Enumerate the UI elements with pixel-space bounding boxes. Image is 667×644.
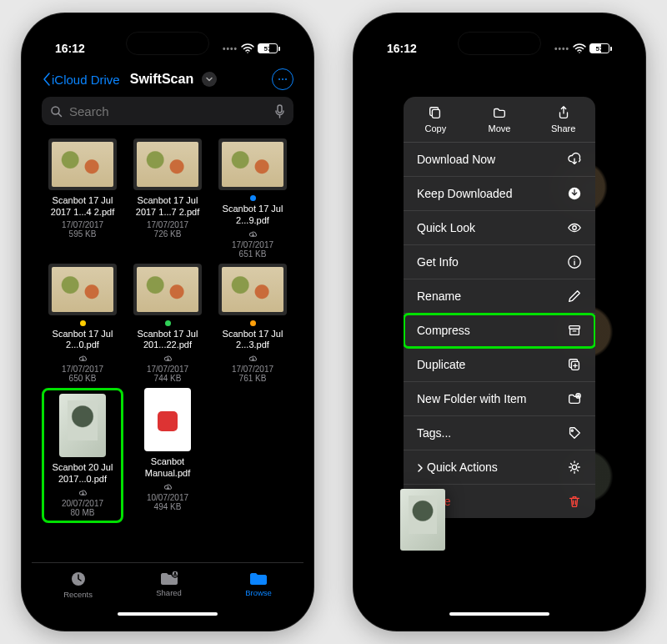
- status-right: •••• 57: [223, 43, 280, 53]
- file-date: 20/07/2017: [62, 499, 103, 508]
- svg-point-1: [282, 78, 283, 80]
- eye-icon: [567, 220, 582, 235]
- archive-icon: [567, 323, 582, 338]
- file-thumbnail: [218, 264, 287, 315]
- microphone-icon[interactable]: [274, 104, 285, 118]
- menu-quick-look[interactable]: Quick Look: [404, 211, 595, 245]
- file-thumbnail: [133, 264, 202, 315]
- svg-point-0: [278, 78, 280, 80]
- file-date: 10/07/2017: [147, 493, 188, 502]
- menu-tags[interactable]: Tags...: [404, 416, 595, 450]
- tag-dot: [80, 320, 86, 326]
- file-item[interactable]: Scanbot 17 Jul 2...9.pdf 17/07/2017 651 …: [212, 138, 293, 259]
- file-date: 17/07/2017: [232, 365, 273, 374]
- search-bar[interactable]: [42, 97, 293, 125]
- dynamic-island: [126, 32, 209, 55]
- file-name: Scanbot 17 Jul 2017 1...7 2.pdf: [128, 195, 208, 219]
- search-icon: [50, 105, 63, 118]
- file-item[interactable]: Scanbot 17 Jul 2017 1...7 2.pdf 17/07/20…: [127, 138, 208, 259]
- tab-shared[interactable]: Shared: [156, 570, 182, 597]
- file-size: 726 KB: [154, 229, 182, 239]
- back-button[interactable]: iCloud Drive: [42, 72, 120, 87]
- file-date: 17/07/2017: [232, 240, 273, 249]
- menu-new-folder[interactable]: New Folder with Item: [404, 382, 595, 416]
- file-date: 17/07/2017: [147, 365, 188, 374]
- tab-recents[interactable]: Recents: [63, 570, 93, 599]
- phone-left: 16:12 •••• 57 iCloud Drive SwiftScan: [22, 13, 313, 631]
- status-dots-icon: ••••: [554, 44, 569, 53]
- cloud-download-icon: [567, 152, 582, 167]
- file-date: 17/07/2017: [62, 365, 103, 374]
- folder-icon: [248, 570, 268, 586]
- more-button[interactable]: [272, 68, 293, 90]
- file-size: 761 KB: [239, 374, 267, 383]
- home-indicator[interactable]: [449, 612, 549, 616]
- folder-icon: [492, 105, 507, 120]
- file-thumbnail: [144, 388, 191, 451]
- shared-folder-icon: [159, 570, 179, 586]
- screen-right: 16:12 •••• 57 Copy Move: [364, 23, 635, 621]
- menu-compress[interactable]: Compress: [404, 314, 595, 348]
- file-date: 17/07/2017: [147, 220, 188, 229]
- file-item[interactable]: Scanbot 17 Jul 2...3.pdf 17/07/2017 761 …: [212, 264, 293, 384]
- wifi-icon: [241, 43, 254, 53]
- ellipsis-icon: [277, 73, 288, 85]
- svg-point-2: [285, 78, 287, 80]
- tag-dot: [250, 320, 256, 326]
- file-name: Scanbot 17 Jul 2017 1...4 2.pdf: [43, 195, 123, 219]
- tag-dot: [165, 320, 171, 326]
- file-item[interactable]: Scanbot 20 Jul 2017...0.pdf 20/07/2017 8…: [42, 388, 123, 523]
- status-time: 16:12: [55, 42, 85, 55]
- cloud-icon: [78, 488, 88, 497]
- menu-move[interactable]: Move: [468, 97, 532, 142]
- file-item[interactable]: Scanbot 17 Jul 201...22.pdf 17/07/2017 7…: [127, 264, 208, 384]
- file-name: Scanbot 17 Jul 2...3.pdf: [213, 320, 293, 364]
- file-name: Scanbot 17 Jul 2...0.pdf: [43, 320, 123, 364]
- search-input[interactable]: [69, 104, 268, 118]
- file-size: 744 KB: [154, 374, 182, 383]
- menu-copy[interactable]: Copy: [404, 97, 468, 142]
- file-size: 650 KB: [69, 374, 97, 383]
- file-name: Scanbot 17 Jul 2...9.pdf: [213, 195, 293, 239]
- tag-icon: [567, 425, 582, 440]
- home-indicator[interactable]: [118, 612, 218, 616]
- title-dropdown[interactable]: [202, 72, 217, 87]
- menu-quick-actions[interactable]: Quick Actions: [404, 450, 595, 485]
- menu-keep-downloaded[interactable]: Keep Downloaded: [404, 177, 595, 211]
- copy-icon: [428, 105, 443, 120]
- file-grid: Scanbot 17 Jul 2017 1...4 2.pdf 17/07/20…: [32, 133, 303, 562]
- screen-left: 16:12 •••• 57 iCloud Drive SwiftScan: [32, 23, 303, 621]
- svg-point-15: [571, 430, 573, 431]
- tab-browse[interactable]: Browse: [245, 570, 272, 597]
- context-file-thumbnail[interactable]: [400, 489, 445, 551]
- menu-download-now[interactable]: Download Now: [404, 143, 595, 177]
- gear-icon: [567, 460, 582, 475]
- file-item[interactable]: Scanbot 17 Jul 2017 1...4 2.pdf 17/07/20…: [42, 138, 123, 259]
- file-name: Scanbot 17 Jul 201...22.pdf: [128, 320, 208, 364]
- file-size: 595 KB: [69, 229, 97, 239]
- svg-point-7: [173, 572, 175, 574]
- cloud-icon: [163, 482, 173, 491]
- menu-rename[interactable]: Rename: [404, 279, 595, 314]
- menu-share[interactable]: Share: [531, 97, 595, 142]
- menu-get-info[interactable]: Get Info: [404, 245, 595, 279]
- share-icon: [556, 105, 571, 120]
- file-thumbnail: [218, 138, 287, 190]
- file-name: Scanbot Manual.pdf: [128, 456, 208, 491]
- file-item[interactable]: Scanbot 17 Jul 2...0.pdf 17/07/2017 650 …: [42, 264, 123, 384]
- file-size: 651 KB: [239, 249, 267, 259]
- chevron-right-icon: [417, 464, 424, 472]
- file-thumbnail: [48, 138, 117, 190]
- back-label: iCloud Drive: [52, 73, 120, 87]
- wifi-icon: [573, 43, 586, 53]
- duplicate-icon: [567, 357, 582, 372]
- dynamic-island: [458, 32, 541, 55]
- svg-point-16: [572, 465, 576, 469]
- chevron-down-icon: [205, 75, 213, 83]
- menu-duplicate[interactable]: Duplicate: [404, 348, 595, 382]
- menu-top-actions: Copy Move Share: [404, 97, 595, 143]
- file-item[interactable]: Scanbot Manual.pdf 10/07/2017 494 KB: [127, 388, 208, 523]
- cloud-icon: [163, 354, 173, 363]
- file-thumbnail: [59, 394, 106, 457]
- battery-icon: 57: [589, 43, 612, 53]
